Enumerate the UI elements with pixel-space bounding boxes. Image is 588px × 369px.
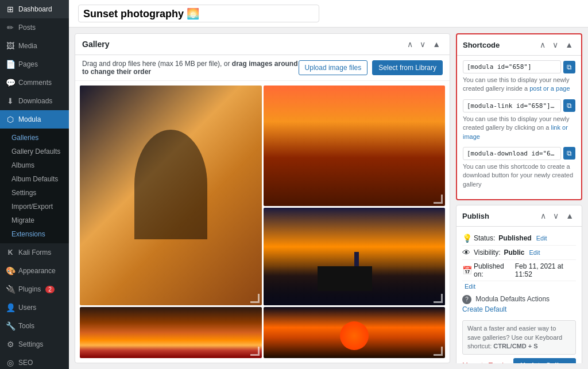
modula-submenu: Galleries Gallery Defaults Albums Album … [0,129,69,243]
sidebar-sub-settings[interactable]: Settings [0,186,69,200]
sidebar-item-appearance[interactable]: 🎨 Appearance [0,262,69,280]
sidebar-item-seo[interactable]: ◎ SEO [0,354,69,369]
calendar-icon: 📅 [462,266,471,275]
sidebar-item-plugins[interactable]: 🔌 Plugins 2 [0,280,69,298]
sidebar-sub-extensions[interactable]: Extensions [0,227,69,241]
gallery-image-5[interactable] [264,307,446,358]
sidebar-item-settings[interactable]: ⚙ Settings [0,335,69,354]
sidebar-item-users[interactable]: 👤 Users [0,298,69,317]
publish-date-label: Published on: [474,262,512,278]
publish-status-value: Published [498,234,531,242]
sidebar-item-label: Pages [18,60,38,68]
kali-forms-icon: K [6,248,15,257]
shortcode-panel-collapse-btn[interactable]: ∧ [537,39,548,51]
modula-icon: ⬡ [6,115,15,124]
shortcode-row-1: ⧉ [463,60,575,73]
sidebar-sub-album-defaults[interactable]: Album Defaults [0,172,69,186]
create-default-link[interactable]: Create Default [462,305,576,313]
move-to-trash-button[interactable]: Move to Trash [462,362,506,363]
shortcode-input-1[interactable] [463,60,561,73]
shortcode-panel-title: Shortcode [463,41,500,49]
publish-status-label: Status: [474,234,495,242]
publish-panel-toggle-btn[interactable]: ▲ [563,210,576,222]
select-from-library-button[interactable]: Select from Library [372,60,443,75]
gallery-panel-header: Gallery ∧ ∨ ▲ [75,34,450,55]
publish-panel-title: Publish [462,212,489,220]
gallery-grid [75,81,450,363]
shortcode-link-2[interactable]: link or image [463,124,568,139]
sidebar-item-tools[interactable]: 🔧 Tools [0,317,69,335]
gallery-image-corner-5 [434,347,443,356]
sidebar-item-label: Downloads [18,97,52,105]
shortcode-header-controls: ∧ ∨ ▲ [537,39,575,51]
publish-date-edit[interactable]: Edit [465,283,475,290]
keyboard-shortcut: CTRL/CMD + S [493,343,537,349]
publish-panel-collapse-btn[interactable]: ∧ [538,210,548,222]
sidebar-item-label: Modula [18,115,41,123]
users-icon: 👤 [6,303,15,312]
downloads-icon: ⬇ [6,96,15,106]
sidebar-item-label: Kali Forms [18,248,51,257]
sidebar-item-label: Comments [18,79,52,87]
sidebar-item-label: Users [18,304,36,312]
sidebar-item-dashboard[interactable]: ⊞ Dashboard [0,0,69,18]
media-icon: 🖼 [6,41,15,51]
publish-panel-expand-btn[interactable]: ∨ [551,210,561,222]
shortcode-input-3[interactable] [463,147,561,160]
sidebar-item-comments[interactable]: 💬 Comments [0,73,69,92]
publish-status-edit[interactable]: Edit [536,235,547,242]
gallery-upload-text: Drag and drop files here (max 16 MB per … [82,60,299,76]
gallery-image-3[interactable] [264,208,446,305]
sidebar-item-kali-forms[interactable]: K Kali Forms [0,243,69,262]
plugins-badge: 2 [45,286,55,293]
sidebar-item-label: Media [18,42,37,50]
shortcode-copy-btn-3[interactable]: ⧉ [563,147,575,160]
sidebar-sub-migrate[interactable]: Migrate [0,213,69,227]
shortcode-row-2: ⧉ [463,99,575,112]
upload-image-files-button[interactable]: Upload image files [299,60,368,75]
sidebar-sub-import-export[interactable]: Import/Export [0,200,69,213]
publish-status-row: 💡 Status: Published Edit [462,231,576,246]
content-area: Gallery ∧ ∨ ▲ Drag and drop files here (… [69,28,588,369]
gallery-panel-expand-btn[interactable]: ∨ [417,38,428,50]
shortcode-copy-btn-1[interactable]: ⧉ [563,61,575,73]
publish-header-controls: ∧ ∨ ▲ [538,210,576,222]
shortcode-copy-btn-2[interactable]: ⧉ [563,99,575,112]
sidebar-sub-galleries[interactable]: Galleries [0,131,69,145]
publish-visibility-edit[interactable]: Edit [529,249,540,256]
sidebar-item-label: Dashboard [18,5,52,13]
update-gallery-button[interactable]: Update Gallery [513,358,576,363]
sidebar-sub-albums[interactable]: Albums [0,158,69,172]
gallery-image-1[interactable] [80,86,262,305]
comments-icon: 💬 [6,78,15,87]
shortcode-desc-1: You can use this to display your newly c… [463,76,575,94]
sidebar-item-modula[interactable]: ⬡ Modula [0,110,69,129]
shortcode-input-2[interactable] [463,99,561,112]
pages-icon: 📄 [6,60,15,69]
shortcode-panel-toggle-btn[interactable]: ▲ [563,39,575,51]
publish-panel-header: Publish ∧ ∨ ▲ [457,205,582,227]
gallery-panel-toggle-btn[interactable]: ▲ [430,38,443,50]
page-title-input[interactable] [78,5,319,22]
right-panels: Shortcode ∧ ∨ ▲ ⧉ You can use this to di… [456,33,582,363]
shortcode-row-3: ⧉ [463,147,575,160]
sidebar-item-label: Tools [18,322,34,330]
gallery-image-corner-3 [434,294,443,303]
gallery-image-4[interactable] [80,307,262,358]
modula-defaults-icon: ? [462,295,471,304]
sidebar-sub-gallery-defaults[interactable]: Gallery Defaults [0,145,69,158]
gallery-panel-collapse-btn[interactable]: ∧ [405,38,415,50]
publish-panel-body: 💡 Status: Published Edit 👁 Visibility: P… [457,227,582,363]
publish-date-value: Feb 11, 2021 at 11:52 [515,262,576,278]
sidebar-item-pages[interactable]: 📄 Pages [0,55,69,73]
sidebar-item-posts[interactable]: ✏ Posts [0,18,69,37]
sidebar-item-label: SEO [18,359,33,367]
sidebar-item-downloads[interactable]: ⬇ Downloads [0,92,69,110]
gallery-panel-controls: ∧ ∨ ▲ [405,38,443,50]
shortcode-link-1[interactable]: post or a page [529,85,570,92]
shortcode-panel-expand-btn[interactable]: ∨ [550,39,560,51]
appearance-icon: 🎨 [6,266,15,275]
gallery-image-2[interactable] [264,86,446,206]
sidebar: ⊞ Dashboard ✏ Posts 🖼 Media 📄 Pages 💬 Co… [0,0,69,369]
sidebar-item-media[interactable]: 🖼 Media [0,37,69,55]
